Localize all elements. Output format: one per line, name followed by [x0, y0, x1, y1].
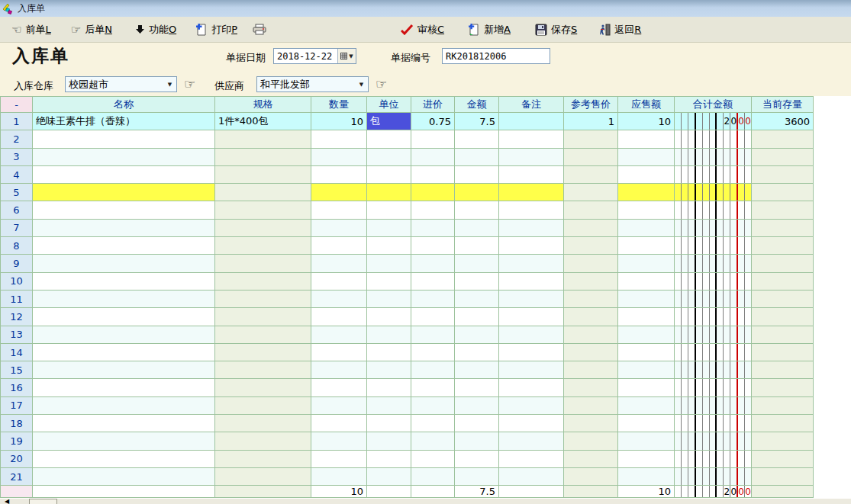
table-cell-remark[interactable]	[499, 237, 564, 255]
selected-cell-unit[interactable]: 包	[367, 113, 411, 130]
table-cell-amount[interactable]	[455, 184, 499, 201]
table-cell-total[interactable]	[675, 273, 752, 291]
table-cell-stock[interactable]	[752, 451, 814, 468]
table-cell-num[interactable]: 11	[0, 291, 33, 308]
table-cell-spec[interactable]	[215, 326, 311, 344]
table-cell-num[interactable]: 9	[0, 255, 33, 272]
table-cell-remark[interactable]	[499, 361, 564, 379]
table-cell-price[interactable]	[411, 237, 455, 255]
table-cell-spec[interactable]	[215, 184, 311, 201]
table-cell-qty[interactable]	[311, 344, 367, 361]
table-cell-remark[interactable]	[499, 308, 564, 326]
table-cell-sale_amount[interactable]	[618, 326, 675, 344]
table-cell-sale_amount[interactable]	[618, 255, 675, 272]
table-cell-qty[interactable]	[311, 415, 367, 432]
table-cell-qty[interactable]	[311, 291, 367, 308]
table-cell-remark[interactable]	[499, 397, 564, 415]
table-cell-name[interactable]	[33, 432, 215, 450]
printer-button[interactable]	[246, 20, 273, 39]
print-button[interactable]: 打印P	[189, 19, 244, 40]
table-cell-remark[interactable]	[499, 291, 564, 308]
table-cell-price[interactable]	[411, 166, 455, 184]
table-cell-remark[interactable]	[499, 130, 564, 148]
table-cell-name[interactable]	[33, 273, 215, 291]
table-cell-stock[interactable]	[752, 326, 814, 344]
table-cell-ref_price[interactable]	[564, 184, 618, 201]
table-cell-name[interactable]	[33, 379, 215, 396]
table-cell-remark[interactable]	[499, 415, 564, 432]
table-cell-price[interactable]	[411, 379, 455, 396]
table-cell-ref_price[interactable]	[564, 220, 618, 237]
table-cell-qty[interactable]	[311, 468, 367, 486]
table-cell-stock[interactable]	[752, 468, 814, 486]
table-cell-price[interactable]	[411, 291, 455, 308]
table-cell-price[interactable]	[411, 201, 455, 219]
table-cell-ref_price[interactable]	[564, 451, 618, 468]
table-cell-sale_amount[interactable]	[618, 451, 675, 468]
table-cell-stock[interactable]	[752, 397, 814, 415]
table-cell-amount[interactable]	[455, 468, 499, 486]
table-cell-qty[interactable]: 10	[311, 113, 367, 130]
table-cell-amount[interactable]	[455, 415, 499, 432]
table-cell-sale_amount[interactable]	[618, 415, 675, 432]
table-cell-remark[interactable]	[499, 468, 564, 486]
table-cell-remark[interactable]	[499, 451, 564, 468]
table-cell-qty[interactable]	[311, 184, 367, 201]
table-cell-remark[interactable]	[499, 201, 564, 219]
table-cell-unit[interactable]	[367, 415, 411, 432]
table-cell-qty[interactable]	[311, 237, 367, 255]
table-cell-qty[interactable]	[311, 432, 367, 450]
table-cell-name[interactable]	[33, 220, 215, 237]
table-cell-ref_price[interactable]	[564, 308, 618, 326]
table-cell-amount[interactable]	[455, 344, 499, 361]
table-cell-unit[interactable]	[367, 149, 411, 166]
table-cell-ref_price[interactable]	[564, 344, 618, 361]
table-cell-qty[interactable]	[311, 326, 367, 344]
table-cell-total[interactable]	[675, 237, 752, 255]
table-cell-ref_price[interactable]	[564, 273, 618, 291]
table-cell-unit[interactable]	[367, 379, 411, 396]
table-cell-amount[interactable]	[455, 379, 499, 396]
table-cell-stock[interactable]	[752, 237, 814, 255]
scrollbar-thumb[interactable]	[29, 499, 57, 504]
audit-button[interactable]: 审核C	[394, 19, 451, 40]
table-cell-total[interactable]	[675, 344, 752, 361]
table-cell-unit[interactable]	[367, 291, 411, 308]
table-cell-name[interactable]	[33, 149, 215, 166]
table-cell-spec[interactable]	[215, 468, 311, 486]
scroll-left-icon[interactable]: ◀	[2, 499, 12, 504]
table-cell-unit[interactable]	[367, 308, 411, 326]
table-cell-ref_price[interactable]	[564, 237, 618, 255]
table-cell-qty[interactable]	[311, 451, 367, 468]
table-cell-qty[interactable]	[311, 308, 367, 326]
table-cell-spec[interactable]	[215, 255, 311, 272]
table-cell-price[interactable]	[411, 130, 455, 148]
table-cell-amount[interactable]: 7.5	[455, 113, 499, 130]
table-cell-price[interactable]	[411, 255, 455, 272]
table-cell-stock[interactable]	[752, 291, 814, 308]
table-cell-qty[interactable]	[311, 149, 367, 166]
table-cell-total[interactable]	[675, 201, 752, 219]
table-cell-name[interactable]	[33, 451, 215, 468]
table-cell-unit[interactable]	[367, 273, 411, 291]
table-cell-num[interactable]: 2	[0, 130, 33, 148]
table-cell-total[interactable]	[675, 220, 752, 237]
table-cell-amount[interactable]	[455, 397, 499, 415]
table-cell-name[interactable]	[33, 255, 215, 272]
table-cell-amount[interactable]	[455, 201, 499, 219]
table-cell-num[interactable]: 13	[0, 326, 33, 344]
table-cell-remark[interactable]	[499, 379, 564, 396]
table-cell-num[interactable]: 21	[0, 468, 33, 486]
table-cell-total[interactable]	[675, 130, 752, 148]
table-cell-ref_price[interactable]	[564, 166, 618, 184]
table-cell-spec[interactable]	[215, 220, 311, 237]
table-cell-num[interactable]: 5	[0, 184, 33, 201]
table-cell-name[interactable]	[33, 166, 215, 184]
table-cell-num[interactable]: 17	[0, 397, 33, 415]
table-cell-qty[interactable]	[311, 397, 367, 415]
table-cell-price[interactable]	[411, 273, 455, 291]
table-cell-remark[interactable]	[499, 273, 564, 291]
table-cell-stock[interactable]	[752, 201, 814, 219]
table-cell-name[interactable]	[33, 326, 215, 344]
table-cell-unit[interactable]	[367, 184, 411, 201]
